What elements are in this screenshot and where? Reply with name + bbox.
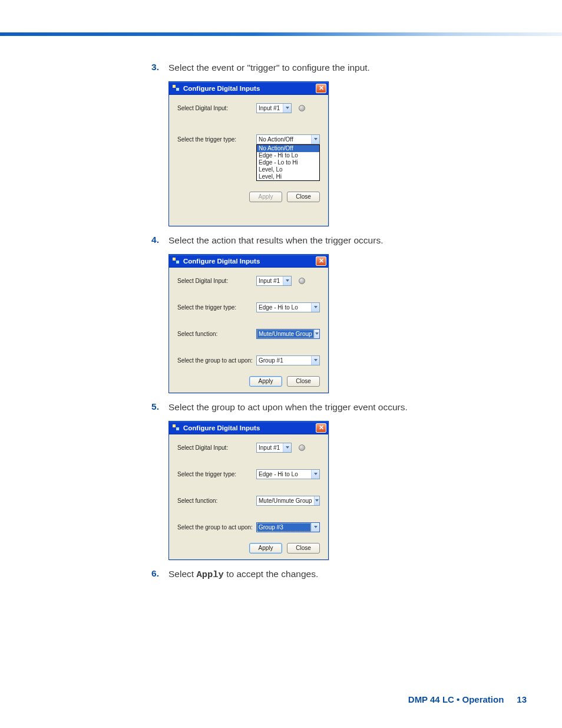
apply-button[interactable]: Apply xyxy=(249,543,282,554)
dropdown-option[interactable]: No Action/Off xyxy=(257,145,319,152)
step-number: 6. xyxy=(148,568,159,579)
close-button[interactable]: Close xyxy=(287,376,320,387)
window-title: Configure Digital Inputs xyxy=(183,424,260,431)
chevron-down-icon xyxy=(283,443,291,452)
text-bold: Apply xyxy=(196,569,224,580)
chevron-down-icon xyxy=(311,303,319,312)
status-indicator xyxy=(299,278,305,284)
step-number: 5. xyxy=(148,401,159,412)
trigger-dropdown-list[interactable]: No Action/Off Edge - Hi to Lo Edge - Lo … xyxy=(256,144,320,181)
trigger-dropdown[interactable]: No Action/Off No Action/Off Edge - Hi to… xyxy=(256,134,320,144)
group-dropdown[interactable]: Group #3 xyxy=(256,522,320,532)
footer-text: DMP 44 LC • Operation xyxy=(408,694,504,704)
app-icon xyxy=(173,424,180,431)
trigger-dropdown-value: Edge - Hi to Lo xyxy=(257,471,311,477)
input-dropdown[interactable]: Input #1 xyxy=(256,103,292,113)
group-dropdown[interactable]: Group #1 xyxy=(256,355,320,365)
dialog-step5: Configure Digital Inputs ✕ Select Digita… xyxy=(168,421,329,560)
input-dropdown-value: Input #1 xyxy=(257,105,283,111)
header-rule xyxy=(0,32,562,36)
titlebar[interactable]: Configure Digital Inputs ✕ xyxy=(169,255,328,268)
label-select-function: Select function: xyxy=(177,331,253,337)
input-dropdown[interactable]: Input #1 xyxy=(256,443,292,453)
step-text: Select the group to act upon when the tr… xyxy=(168,401,408,414)
page-content: 3. Select the event or "trigger" to conf… xyxy=(148,62,525,589)
titlebar[interactable]: Configure Digital Inputs ✕ xyxy=(169,82,328,95)
chevron-down-icon xyxy=(314,330,319,338)
label-select-input: Select Digital Input: xyxy=(177,278,253,284)
function-dropdown-value: Mute/Unmute Group xyxy=(257,498,314,504)
dropdown-option[interactable]: Level, Hi xyxy=(257,173,319,180)
input-dropdown[interactable]: Input #1 xyxy=(256,276,292,286)
function-dropdown[interactable]: Mute/Unmute Group xyxy=(256,496,320,506)
dropdown-option[interactable]: Edge - Hi to Lo xyxy=(257,152,319,159)
trigger-dropdown[interactable]: Edge - Hi to Lo xyxy=(256,469,320,479)
chevron-down-icon xyxy=(311,523,319,532)
trigger-dropdown-value: No Action/Off xyxy=(257,136,311,143)
text-post: to accept the changes. xyxy=(224,569,318,579)
chevron-down-icon xyxy=(311,356,319,365)
status-indicator xyxy=(299,444,305,451)
function-dropdown[interactable]: Mute/Unmute Group xyxy=(256,329,320,339)
dropdown-option[interactable]: Level, Lo xyxy=(257,166,319,173)
close-icon[interactable]: ✕ xyxy=(316,423,326,433)
step-text: Select the event or "trigger" to configu… xyxy=(168,62,370,74)
window-title: Configure Digital Inputs xyxy=(183,85,260,92)
label-select-input: Select Digital Input: xyxy=(177,105,253,111)
chevron-down-icon xyxy=(311,470,319,479)
group-dropdown-value: Group #1 xyxy=(257,357,311,364)
apply-button: Apply xyxy=(249,192,282,202)
step-number: 3. xyxy=(148,62,159,73)
step-number: 4. xyxy=(148,235,159,245)
trigger-dropdown-value: Edge - Hi to Lo xyxy=(257,304,311,311)
dialog-step3: Configure Digital Inputs ✕ Select Digita… xyxy=(168,81,329,226)
input-dropdown-value: Input #1 xyxy=(257,444,283,451)
input-dropdown-value: Input #1 xyxy=(257,278,283,284)
label-select-trigger: Select the trigger type: xyxy=(177,304,253,311)
text-pre: Select xyxy=(168,569,196,579)
close-icon[interactable]: ✕ xyxy=(316,84,326,93)
step-5: 5. Select the group to act upon when the… xyxy=(148,401,525,560)
close-button[interactable]: Close xyxy=(287,543,320,554)
app-icon xyxy=(173,258,180,264)
label-select-trigger: Select the trigger type: xyxy=(177,136,253,143)
chevron-down-icon xyxy=(314,496,319,505)
page-footer: DMP 44 LC • Operation 13 xyxy=(408,694,527,704)
function-dropdown-value: Mute/Unmute Group xyxy=(257,330,314,338)
step-6: 6. Select Apply to accept the changes. xyxy=(148,568,525,581)
status-indicator xyxy=(299,105,305,111)
step-4: 4. Select the action that results when t… xyxy=(148,235,525,393)
label-select-function: Select function: xyxy=(177,498,253,504)
group-dropdown-value: Group #3 xyxy=(257,523,311,532)
close-button[interactable]: Close xyxy=(287,192,320,202)
dropdown-option[interactable]: Edge - Lo to Hi xyxy=(257,159,319,166)
chevron-down-icon xyxy=(283,276,291,285)
titlebar[interactable]: Configure Digital Inputs ✕ xyxy=(169,421,328,434)
label-select-group: Select the group to act upon: xyxy=(177,357,253,364)
chevron-down-icon xyxy=(283,104,291,113)
window-title: Configure Digital Inputs xyxy=(183,258,260,265)
step-3: 3. Select the event or "trigger" to conf… xyxy=(148,62,525,226)
dialog-step4: Configure Digital Inputs ✕ Select Digita… xyxy=(168,254,329,393)
label-select-group: Select the group to act upon: xyxy=(177,524,253,531)
trigger-dropdown[interactable]: Edge - Hi to Lo xyxy=(256,302,320,312)
step-text: Select Apply to accept the changes. xyxy=(168,568,318,581)
label-select-trigger: Select the trigger type: xyxy=(177,471,253,477)
label-select-input: Select Digital Input: xyxy=(177,444,253,451)
app-icon xyxy=(173,85,180,91)
chevron-down-icon xyxy=(311,135,319,144)
apply-button[interactable]: Apply xyxy=(249,376,282,387)
close-icon[interactable]: ✕ xyxy=(316,256,326,266)
step-text: Select the action that results when the … xyxy=(168,235,383,247)
page-number: 13 xyxy=(517,694,527,704)
